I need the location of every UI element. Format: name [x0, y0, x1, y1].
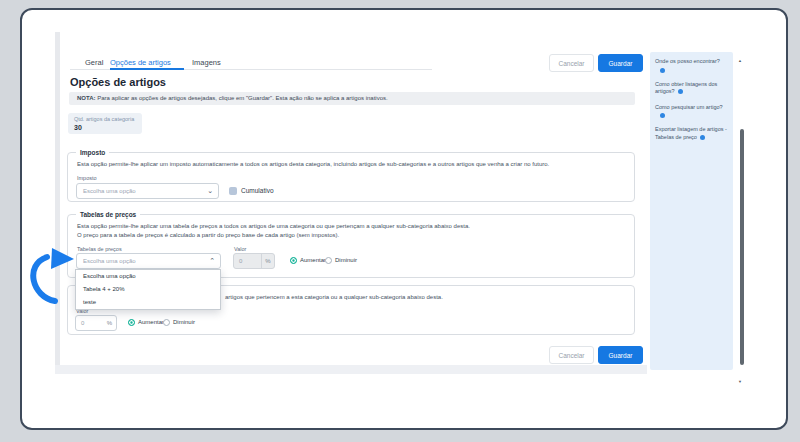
tabelas-radio-aumentar-label: Aumentar — [300, 257, 326, 263]
screenshot-stage: Geral Opções de artigos Imagens Cancelar… — [0, 0, 800, 442]
imposto-select-label: Imposto — [77, 175, 97, 181]
app-window: Geral Opções de artigos Imagens Cancelar… — [20, 8, 788, 430]
cancel-button-top[interactable]: Cancelar — [549, 54, 594, 72]
tab-imagens[interactable]: Imagens — [192, 58, 221, 67]
active-tab-underline — [110, 68, 184, 70]
tabelas-radio-diminuir[interactable] — [325, 257, 332, 264]
imposto-section: Imposto Esta opção permite-lhe aplicar u… — [67, 152, 635, 202]
tabelas-valor-input[interactable]: 0 % — [233, 253, 275, 269]
annotation-arrow-icon — [20, 245, 80, 309]
imposto-description: Esta opção permite-lhe aplicar um impost… — [77, 161, 549, 167]
third-radio-aumentar-label: Aumentar — [138, 319, 164, 325]
tabelas-radio-aumentar[interactable] — [290, 257, 297, 264]
tabelas-select-label: Tabelas de preços — [77, 246, 122, 252]
tabelas-radio-diminuir-label: Diminuir — [335, 257, 357, 263]
third-valor-input[interactable]: 0 % — [75, 315, 117, 331]
imposto-legend: Imposto — [76, 149, 109, 156]
third-percent-suffix: % — [103, 316, 116, 330]
cumulativo-checkbox[interactable] — [229, 187, 237, 195]
page-title: Opções de artigos — [70, 76, 166, 88]
tabelas-dropdown-list: Escolha uma opção Tabela 4 + 20% teste — [75, 269, 221, 310]
chevron-down-icon: ⌄ — [207, 187, 213, 195]
imposto-select-placeholder: Escolha uma opção — [83, 188, 136, 194]
tabelas-description-1: Esta opção permite-lhe aplicar uma tabel… — [77, 223, 470, 229]
dropdown-option[interactable]: teste — [76, 296, 220, 309]
help-link[interactable]: Como obter listagens dos artigos? — [655, 81, 728, 96]
help-sidebar: Onde os posso encontrar? Como obter list… — [650, 52, 733, 370]
help-link[interactable]: Como pesquisar um artigo? — [655, 104, 728, 119]
tab-opcoes-de-artigos[interactable]: Opções de artigos — [110, 58, 171, 67]
scroll-up-icon[interactable]: ▲ — [738, 58, 742, 63]
save-button-bottom[interactable]: Guardar — [598, 346, 643, 364]
category-qty-box: Qtd. artigos da categoria 30 — [68, 113, 142, 134]
tabelas-valor-value: 0 — [239, 258, 242, 264]
third-valor-value: 0 — [81, 320, 84, 326]
help-link[interactable]: Onde os posso encontrar? — [655, 58, 728, 73]
note-banner: NOTA: Para aplicar as opções de artigos … — [69, 92, 635, 105]
help-link-icon[interactable] — [660, 113, 665, 118]
third-radio-diminuir-label: Diminuir — [173, 319, 195, 325]
tabelas-description-2: O preço para a tabela de preços é calcul… — [77, 232, 339, 238]
tabelas-valor-label: Valor — [234, 246, 246, 252]
tabelas-select[interactable]: Escolha uma opção ⌃ — [76, 253, 221, 269]
help-link-label: Onde os posso encontrar? — [655, 58, 720, 64]
tab-geral[interactable]: Geral — [85, 58, 103, 67]
scroll-down-icon[interactable]: ▼ — [738, 379, 742, 384]
scrollbar-thumb[interactable] — [740, 129, 744, 365]
help-link-label: Exportar listagem de artigos - Tabelas d… — [655, 126, 727, 140]
cancel-button-bottom[interactable]: Cancelar — [549, 346, 594, 364]
category-qty-value: 30 — [74, 124, 142, 131]
chevron-up-icon: ⌃ — [209, 257, 215, 265]
save-button-top[interactable]: Guardar — [598, 54, 643, 72]
note-prefix: NOTA: — [77, 95, 96, 101]
imposto-select[interactable]: Escolha uma opção ⌄ — [76, 183, 219, 199]
dropdown-option[interactable]: Escolha uma opção — [76, 270, 220, 283]
third-description-visible: artigos que pertencem a esta categoria o… — [225, 294, 443, 300]
third-radio-diminuir[interactable] — [163, 319, 170, 326]
help-link-icon[interactable] — [660, 68, 665, 73]
help-link-label: Como obter listagens dos artigos? — [655, 81, 717, 95]
third-radio-aumentar[interactable] — [128, 319, 135, 326]
help-link-icon[interactable] — [700, 135, 705, 140]
page-backdrop-bottom — [55, 365, 647, 374]
dropdown-option[interactable]: Tabela 4 + 20% — [76, 283, 220, 296]
note-text: Para aplicar as opções de artigos deseja… — [96, 95, 388, 101]
cumulativo-label: Cumulativo — [241, 187, 274, 194]
tabelas-legend: Tabelas de preços — [76, 211, 140, 218]
help-link-label: Como pesquisar um artigo? — [655, 104, 723, 110]
help-link-icon[interactable] — [678, 89, 683, 94]
category-qty-label: Qtd. artigos da categoria — [74, 116, 142, 122]
page-backdrop-strip — [55, 32, 60, 373]
tabelas-select-placeholder: Escolha uma opção — [83, 258, 136, 264]
tabelas-percent-suffix: % — [261, 254, 274, 268]
help-link[interactable]: Exportar listagem de artigos - Tabelas d… — [655, 126, 728, 141]
